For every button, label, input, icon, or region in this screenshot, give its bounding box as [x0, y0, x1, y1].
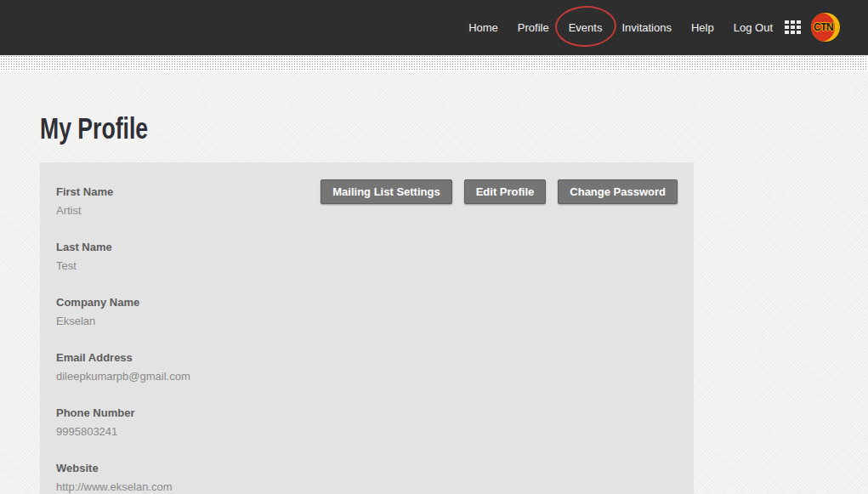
profile-panel: Mailing List Settings Edit Profile Chang…	[40, 162, 694, 494]
field-value: http://www.ekselan.com	[56, 480, 694, 493]
field-phone-number: Phone Number 9995803241	[56, 406, 694, 438]
profile-fields: First Name Artist Last Name Test Company…	[40, 162, 694, 493]
nav-item-events[interactable]: Events	[568, 18, 604, 37]
mailing-list-settings-button[interactable]: Mailing List Settings	[321, 179, 451, 204]
page-title: My Profile	[40, 111, 148, 145]
field-label: Last Name	[56, 241, 694, 253]
field-company-name: Company Name Ekselan	[56, 296, 694, 327]
field-label: Phone Number	[56, 406, 694, 419]
field-value: 9995803241	[56, 425, 694, 438]
field-email-address: Email Address dileepkumarpb@gmail.com	[56, 351, 694, 383]
apps-grid-icon[interactable]	[785, 20, 801, 34]
change-password-button[interactable]: Change Password	[558, 179, 678, 204]
halftone-divider	[0, 54, 868, 71]
nav-item-events-label: Events	[569, 21, 603, 34]
field-label: Company Name	[56, 296, 694, 309]
main-content: My Profile Mailing List Settings Edit Pr…	[0, 71, 868, 494]
edit-profile-button[interactable]: Edit Profile	[464, 179, 547, 204]
nav-item-logout[interactable]: Log Out	[733, 18, 774, 37]
field-value: Artist	[56, 204, 694, 217]
field-value: Test	[56, 259, 694, 272]
field-last-name: Last Name Test	[56, 241, 694, 272]
top-nav-bar: Home Profile Events Invitations Help Log…	[0, 0, 868, 54]
field-label: Email Address	[56, 351, 694, 364]
field-value: Ekselan	[56, 315, 694, 327]
nav-item-invitations[interactable]: Invitations	[621, 18, 672, 37]
ctn-logo-text: CTN	[814, 21, 833, 33]
nav-item-profile[interactable]: Profile	[517, 18, 550, 37]
header-nav: Home Profile Events Invitations Help Log…	[468, 18, 774, 37]
field-label: Website	[56, 462, 694, 474]
ctn-logo[interactable]: CTN	[811, 13, 840, 42]
field-website: Website http://www.ekselan.com	[56, 462, 694, 493]
profile-actions: Mailing List Settings Edit Profile Chang…	[321, 179, 678, 204]
field-value: dileepkumarpb@gmail.com	[56, 370, 694, 383]
nav-item-help[interactable]: Help	[690, 18, 715, 37]
nav-item-home[interactable]: Home	[468, 18, 499, 37]
